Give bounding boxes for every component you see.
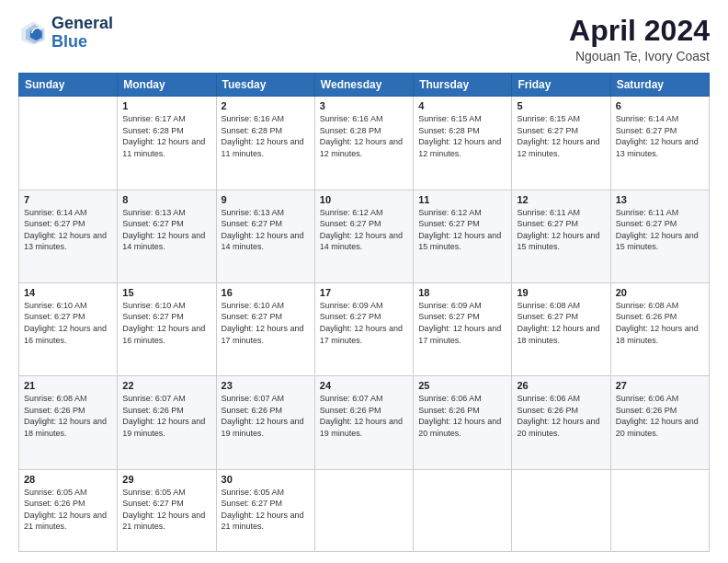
day-number: 26 xyxy=(517,380,605,391)
day-number: 16 xyxy=(222,287,310,298)
day-number: 4 xyxy=(418,100,506,111)
calendar-cell: 16Sunrise: 6:10 AMSunset: 6:27 PMDayligh… xyxy=(216,282,314,375)
calendar-cell: 8Sunrise: 6:13 AMSunset: 6:27 PMDaylight… xyxy=(118,190,216,282)
calendar-cell: 14Sunrise: 6:10 AMSunset: 6:27 PMDayligh… xyxy=(19,282,118,375)
week-row-4: 21Sunrise: 6:08 AMSunset: 6:26 PMDayligh… xyxy=(19,376,710,469)
header: General Blue April 2024 Ngouan Te, Ivory… xyxy=(18,15,710,63)
day-number: 30 xyxy=(222,474,310,485)
day-number: 8 xyxy=(122,194,210,205)
day-number: 3 xyxy=(320,100,408,111)
calendar-cell: 18Sunrise: 6:09 AMSunset: 6:27 PMDayligh… xyxy=(414,282,512,375)
calendar-cell: 7Sunrise: 6:14 AMSunset: 6:27 PMDaylight… xyxy=(19,190,118,282)
subtitle: Ngouan Te, Ivory Coast xyxy=(569,49,710,63)
day-number: 5 xyxy=(517,100,605,111)
header-day-wednesday: Wednesday xyxy=(314,74,413,97)
day-info: Sunrise: 6:09 AMSunset: 6:27 PMDaylight:… xyxy=(320,300,408,346)
calendar-cell: 24Sunrise: 6:07 AMSunset: 6:26 PMDayligh… xyxy=(314,376,413,469)
title-block: April 2024 Ngouan Te, Ivory Coast xyxy=(569,15,710,63)
calendar-cell: 21Sunrise: 6:08 AMSunset: 6:26 PMDayligh… xyxy=(19,376,118,469)
day-info: Sunrise: 6:08 AMSunset: 6:26 PMDaylight:… xyxy=(616,300,704,346)
calendar-cell: 26Sunrise: 6:06 AMSunset: 6:26 PMDayligh… xyxy=(512,376,610,469)
day-info: Sunrise: 6:06 AMSunset: 6:26 PMDaylight:… xyxy=(517,393,605,439)
day-number: 21 xyxy=(24,380,112,391)
header-day-monday: Monday xyxy=(118,74,216,97)
calendar-cell: 25Sunrise: 6:06 AMSunset: 6:26 PMDayligh… xyxy=(414,376,512,469)
day-number: 9 xyxy=(222,194,310,205)
day-number: 15 xyxy=(122,287,210,298)
calendar-cell: 28Sunrise: 6:05 AMSunset: 6:26 PMDayligh… xyxy=(19,469,118,551)
day-number: 14 xyxy=(24,287,112,298)
calendar-cell xyxy=(19,97,118,190)
day-number: 25 xyxy=(418,380,506,391)
day-number: 28 xyxy=(24,474,112,485)
day-info: Sunrise: 6:05 AMSunset: 6:26 PMDaylight:… xyxy=(24,487,112,533)
calendar-cell: 10Sunrise: 6:12 AMSunset: 6:27 PMDayligh… xyxy=(314,190,413,282)
header-row: SundayMondayTuesdayWednesdayThursdayFrid… xyxy=(19,74,710,97)
day-info: Sunrise: 6:13 AMSunset: 6:27 PMDaylight:… xyxy=(222,207,310,253)
day-number: 20 xyxy=(616,287,704,298)
day-info: Sunrise: 6:05 AMSunset: 6:27 PMDaylight:… xyxy=(122,487,210,533)
day-info: Sunrise: 6:16 AMSunset: 6:28 PMDaylight:… xyxy=(320,113,408,159)
day-number: 11 xyxy=(418,194,506,205)
calendar-cell: 22Sunrise: 6:07 AMSunset: 6:26 PMDayligh… xyxy=(118,376,216,469)
day-info: Sunrise: 6:07 AMSunset: 6:26 PMDaylight:… xyxy=(122,393,210,439)
day-number: 24 xyxy=(320,380,408,391)
calendar-cell: 6Sunrise: 6:14 AMSunset: 6:27 PMDaylight… xyxy=(610,97,709,190)
calendar-cell: 30Sunrise: 6:05 AMSunset: 6:27 PMDayligh… xyxy=(216,469,314,551)
day-number: 27 xyxy=(616,380,704,391)
calendar-cell: 11Sunrise: 6:12 AMSunset: 6:27 PMDayligh… xyxy=(414,190,512,282)
day-info: Sunrise: 6:06 AMSunset: 6:26 PMDaylight:… xyxy=(616,393,704,439)
calendar-cell: 3Sunrise: 6:16 AMSunset: 6:28 PMDaylight… xyxy=(314,97,413,190)
header-day-friday: Friday xyxy=(512,74,610,97)
day-info: Sunrise: 6:06 AMSunset: 6:26 PMDaylight:… xyxy=(418,393,506,439)
day-info: Sunrise: 6:14 AMSunset: 6:27 PMDaylight:… xyxy=(24,207,112,253)
day-info: Sunrise: 6:08 AMSunset: 6:27 PMDaylight:… xyxy=(517,300,605,346)
header-day-thursday: Thursday xyxy=(414,74,512,97)
calendar-cell: 23Sunrise: 6:07 AMSunset: 6:26 PMDayligh… xyxy=(216,376,314,469)
day-number: 6 xyxy=(616,100,704,111)
calendar-cell: 29Sunrise: 6:05 AMSunset: 6:27 PMDayligh… xyxy=(118,469,216,551)
calendar-table: SundayMondayTuesdayWednesdayThursdayFrid… xyxy=(18,73,710,552)
calendar-cell: 1Sunrise: 6:17 AMSunset: 6:28 PMDaylight… xyxy=(118,97,216,190)
logo-line2: Blue xyxy=(51,32,87,51)
calendar-cell: 15Sunrise: 6:10 AMSunset: 6:27 PMDayligh… xyxy=(118,282,216,375)
calendar-cell: 5Sunrise: 6:15 AMSunset: 6:27 PMDaylight… xyxy=(512,97,610,190)
day-number: 10 xyxy=(320,194,408,205)
day-number: 2 xyxy=(222,100,310,111)
day-info: Sunrise: 6:08 AMSunset: 6:26 PMDaylight:… xyxy=(24,393,112,439)
header-day-sunday: Sunday xyxy=(19,74,118,97)
day-number: 18 xyxy=(418,287,506,298)
calendar-cell: 12Sunrise: 6:11 AMSunset: 6:27 PMDayligh… xyxy=(512,190,610,282)
logo-text: General Blue xyxy=(51,15,113,52)
logo: General Blue xyxy=(18,15,113,52)
calendar-cell xyxy=(512,469,610,551)
day-info: Sunrise: 6:12 AMSunset: 6:27 PMDaylight:… xyxy=(418,207,506,253)
day-number: 19 xyxy=(517,287,605,298)
week-row-5: 28Sunrise: 6:05 AMSunset: 6:26 PMDayligh… xyxy=(19,469,710,551)
day-info: Sunrise: 6:12 AMSunset: 6:27 PMDaylight:… xyxy=(320,207,408,253)
logo-icon xyxy=(18,18,48,48)
calendar-cell xyxy=(414,469,512,551)
calendar-cell: 20Sunrise: 6:08 AMSunset: 6:26 PMDayligh… xyxy=(610,282,709,375)
calendar-cell: 4Sunrise: 6:15 AMSunset: 6:28 PMDaylight… xyxy=(414,97,512,190)
day-info: Sunrise: 6:15 AMSunset: 6:28 PMDaylight:… xyxy=(418,113,506,159)
day-info: Sunrise: 6:05 AMSunset: 6:27 PMDaylight:… xyxy=(222,487,310,533)
day-info: Sunrise: 6:10 AMSunset: 6:27 PMDaylight:… xyxy=(222,300,310,346)
day-info: Sunrise: 6:16 AMSunset: 6:28 PMDaylight:… xyxy=(222,113,310,159)
calendar-cell: 27Sunrise: 6:06 AMSunset: 6:26 PMDayligh… xyxy=(610,376,709,469)
day-info: Sunrise: 6:14 AMSunset: 6:27 PMDaylight:… xyxy=(616,113,704,159)
week-row-1: 1Sunrise: 6:17 AMSunset: 6:28 PMDaylight… xyxy=(19,97,710,190)
day-info: Sunrise: 6:11 AMSunset: 6:27 PMDaylight:… xyxy=(517,207,605,253)
calendar-cell: 2Sunrise: 6:16 AMSunset: 6:28 PMDaylight… xyxy=(216,97,314,190)
day-info: Sunrise: 6:07 AMSunset: 6:26 PMDaylight:… xyxy=(320,393,408,439)
day-info: Sunrise: 6:11 AMSunset: 6:27 PMDaylight:… xyxy=(616,207,704,253)
header-day-saturday: Saturday xyxy=(610,74,709,97)
header-day-tuesday: Tuesday xyxy=(216,74,314,97)
day-info: Sunrise: 6:09 AMSunset: 6:27 PMDaylight:… xyxy=(418,300,506,346)
day-number: 17 xyxy=(320,287,408,298)
calendar-cell: 13Sunrise: 6:11 AMSunset: 6:27 PMDayligh… xyxy=(610,190,709,282)
day-info: Sunrise: 6:07 AMSunset: 6:26 PMDaylight:… xyxy=(222,393,310,439)
day-info: Sunrise: 6:17 AMSunset: 6:28 PMDaylight:… xyxy=(122,113,210,159)
calendar-cell xyxy=(610,469,709,551)
day-info: Sunrise: 6:13 AMSunset: 6:27 PMDaylight:… xyxy=(122,207,210,253)
